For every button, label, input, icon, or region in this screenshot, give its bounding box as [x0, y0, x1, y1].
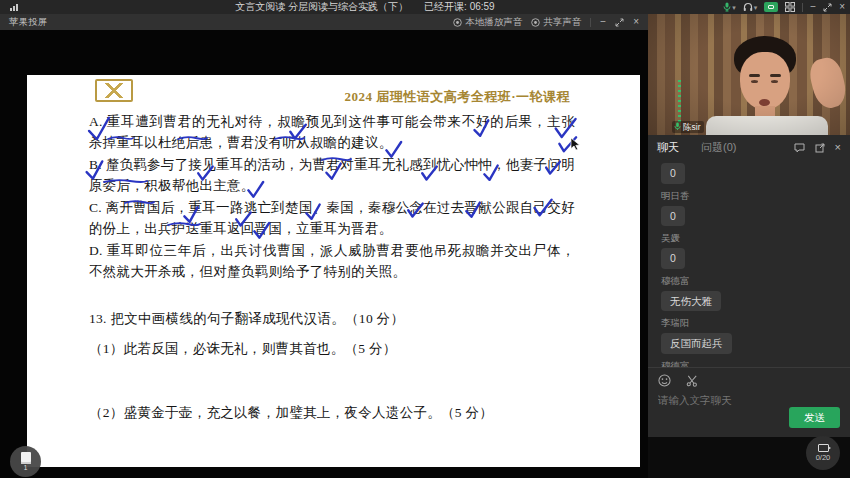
chat-message-list[interactable]: 0明日香0吴媛0穆德富无伤大雅李瑞阳反国而起兵穆德富BFG19:15穆德富国士无…: [648, 160, 850, 367]
mouse-cursor-icon: [570, 137, 581, 151]
chat-message: 无伤大雅: [661, 291, 721, 312]
chat-message: 反国而起兵: [661, 333, 732, 354]
chat-message: 0: [661, 248, 685, 269]
presenter-name-tag: 陈sir: [672, 121, 704, 133]
tab-chat[interactable]: 聊天: [657, 140, 679, 155]
chat-message: 0: [661, 163, 685, 184]
tab-questions[interactable]: 问题(0): [701, 140, 736, 155]
screen-mirror-title-bar: 苹果投屏 本地播放声音 共享声音 − ×: [0, 14, 648, 30]
divider: [590, 18, 591, 27]
headphone-icon: [743, 2, 753, 12]
emoji-icon[interactable]: [658, 374, 671, 387]
fullscreen-icon[interactable]: [823, 3, 832, 12]
document-paragraph: A. 重耳遭到曹君的无礼对待，叔瞻预见到这件事可能会带来不好的后果，主张杀掉重耳…: [89, 111, 575, 153]
chat-header: 聊天 问题(0) ×: [648, 135, 850, 160]
chat-username: 明日香: [661, 190, 850, 203]
speaker-icon: [453, 18, 462, 27]
chat-username: 穆德富: [661, 275, 850, 288]
mic-icon: [723, 2, 731, 12]
chat-message: 0: [661, 206, 685, 227]
close-chat-button[interactable]: ×: [835, 142, 841, 153]
app-title-bar: 文言文阅读 分层阅读与综合实践（下） 已经开课: 06:59 ▾ ▾ − ×: [0, 0, 850, 14]
mic-icon: [674, 122, 681, 131]
local-audio-label: 本地播放声音: [465, 16, 522, 29]
chevron-down-icon[interactable]: ▾: [732, 4, 736, 11]
camera-icon: [818, 444, 829, 452]
chevron-down-icon[interactable]: ▾: [754, 4, 758, 11]
page-icon: [21, 452, 31, 464]
minimize-button[interactable]: −: [810, 2, 816, 12]
document-paragraph: （2）盛黄金于壶，充之以餐，加璧其上，夜令人遗公子。（5 分）: [89, 402, 575, 423]
chat-username: 吴媛: [661, 232, 850, 245]
share-audio-label: 共享声音: [543, 16, 581, 29]
document-paragraph: C. 离开曹国后，重耳一路逃亡到楚国、秦国，秦穆公念在过去晋献公跟自己交好的份上…: [89, 197, 575, 239]
speaker-icon: [531, 18, 540, 27]
page-number: 1: [24, 465, 28, 472]
volume-meter: [678, 80, 681, 122]
popout-icon[interactable]: [815, 143, 825, 153]
chat-footer: 发送: [648, 367, 850, 437]
chat-input[interactable]: [658, 394, 788, 406]
document-paragraph: D. 重耳即位三年后，出兵讨伐曹国，派人威胁曹君要他吊死叔瞻并交出尸体，不然就大…: [89, 240, 575, 282]
document-paragraph: 13. 把文中画横线的句子翻译成现代汉语。（10 分）: [89, 308, 575, 329]
screenshot-scissors-icon[interactable]: [686, 374, 699, 387]
divider: [802, 3, 803, 12]
document-page[interactable]: 2024 届理性语文高考全程班·一轮课程 A. 重耳遭到曹君的无礼对待，叔瞻预见…: [27, 75, 640, 467]
screen-icon: [768, 5, 774, 9]
document-paragraph: （1）此若反国，必诛无礼，则曹其首也。（5 分）: [89, 338, 575, 359]
screen-share-button[interactable]: [764, 2, 778, 12]
presenter-name: 陈sir: [683, 122, 700, 132]
session-timer: 已经开课: 06:59: [424, 0, 495, 14]
stage-queue-badge[interactable]: 0/20: [806, 436, 840, 470]
chat-panel: 聊天 问题(0) × 0明日香0吴媛0穆德富无伤大雅李瑞阳反国而起兵穆德富BFG…: [648, 135, 850, 437]
layout-grid-icon[interactable]: [785, 2, 795, 12]
shared-screen-area: 2024 届理性语文高考全程班·一轮课程 A. 重耳遭到曹君的无礼对待，叔瞻预见…: [0, 30, 648, 478]
queue-count: 0/20: [816, 454, 831, 462]
course-header-title: 2024 届理性语文高考全程班·一轮课程: [344, 88, 570, 106]
close-button[interactable]: ×: [839, 2, 845, 12]
send-button[interactable]: 发送: [789, 407, 840, 428]
chat-username: 穆德富: [661, 360, 850, 367]
title-area: 文言文阅读 分层阅读与综合实践（下） 已经开课: 06:59: [0, 0, 730, 14]
mic-button[interactable]: ▾: [723, 2, 736, 12]
share-audio-toggle[interactable]: 共享声音: [531, 16, 581, 29]
chat-bubble-icon[interactable]: [794, 143, 805, 153]
document-paragraph: B. 釐负羁参与了接见重耳的活动，为曹君对重耳无礼感到忧心忡忡，他妻子问明原委后…: [89, 154, 575, 196]
local-audio-toggle[interactable]: 本地播放声音: [453, 16, 522, 29]
course-logo: [95, 79, 133, 102]
page-number-button[interactable]: 1: [10, 446, 41, 477]
presenter-video[interactable]: 陈sir: [648, 14, 850, 135]
close-button[interactable]: ×: [633, 17, 639, 27]
minimize-button[interactable]: −: [600, 17, 606, 27]
chat-username: 李瑞阳: [661, 317, 850, 330]
screen-mirror-title: 苹果投屏: [9, 16, 47, 29]
document-paragraphs: A. 重耳遭到曹君的无礼对待，叔瞻预见到这件事可能会带来不好的后果，主张杀掉重耳…: [89, 111, 575, 424]
class-title: 文言文阅读 分层阅读与综合实践（下）: [235, 0, 408, 14]
audio-device-button[interactable]: ▾: [743, 2, 758, 12]
fullscreen-icon[interactable]: [615, 18, 624, 27]
